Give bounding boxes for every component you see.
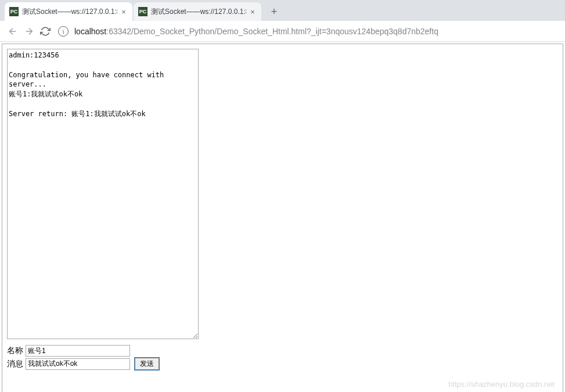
- browser-tab-bar: PC 测试Socket——ws://127.0.0.1:8 × PC 测试Soc…: [0, 0, 565, 21]
- arrow-right-icon: [24, 26, 34, 37]
- browser-toolbar: i localhost:63342/Demo_Socket_Python/Dem…: [0, 21, 565, 42]
- reload-icon: [40, 26, 51, 37]
- message-input[interactable]: [26, 358, 130, 370]
- name-input[interactable]: [26, 345, 130, 357]
- message-row: 消息 发送: [7, 358, 558, 370]
- url-host: localhost: [74, 27, 106, 36]
- forward-button[interactable]: [21, 23, 37, 39]
- page-content: 名称 消息 发送 https://shazhenyu.blog.csdn.net: [2, 44, 563, 392]
- new-tab-button[interactable]: +: [266, 3, 282, 20]
- send-button[interactable]: 发送: [135, 358, 159, 370]
- browser-tab-1[interactable]: PC 测试Socket——ws://127.0.0.1:8 ×: [5, 2, 132, 21]
- back-button[interactable]: [5, 23, 21, 39]
- tab-favicon: PC: [9, 7, 19, 16]
- arrow-left-icon: [8, 26, 18, 37]
- browser-tab-2[interactable]: PC 测试Socket——ws://127.0.0.1:8 ×: [134, 2, 261, 21]
- name-label: 名称: [7, 346, 26, 356]
- close-icon[interactable]: ×: [249, 8, 257, 16]
- url-path: :63342/Demo_Socket_Python/Demo_Socket_Ht…: [106, 27, 438, 36]
- site-info-icon[interactable]: i: [58, 26, 69, 37]
- tab-title: 测试Socket——ws://127.0.0.1:8: [22, 7, 117, 17]
- output-textarea[interactable]: [7, 49, 199, 339]
- close-icon[interactable]: ×: [120, 8, 128, 16]
- watermark-text: https://shazhenyu.blog.csdn.net: [448, 380, 555, 389]
- tab-favicon: PC: [138, 7, 147, 16]
- tab-title: 测试Socket——ws://127.0.0.1:8: [151, 7, 246, 17]
- reload-button[interactable]: [37, 23, 53, 39]
- name-row: 名称: [7, 345, 558, 357]
- message-label: 消息: [7, 359, 26, 369]
- address-bar[interactable]: i localhost:63342/Demo_Socket_Python/Dem…: [58, 23, 560, 39]
